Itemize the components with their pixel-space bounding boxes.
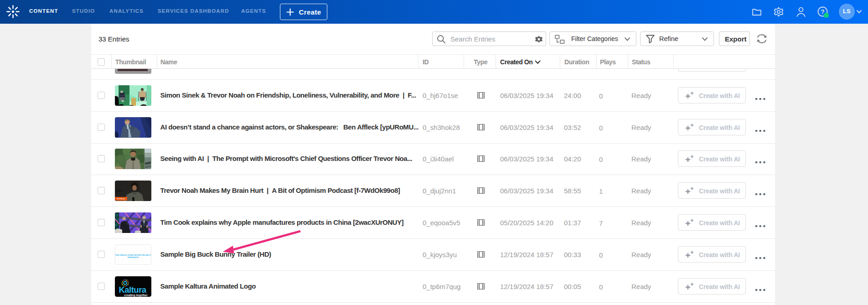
svg-text:creating together: creating together <box>124 294 148 297</box>
svg-text:Coming up.: Coming up. <box>117 198 125 200</box>
svg-text:PRESENTS: PRESENTS <box>128 256 139 258</box>
svg-text:Kaltura: Kaltura <box>119 285 146 295</box>
